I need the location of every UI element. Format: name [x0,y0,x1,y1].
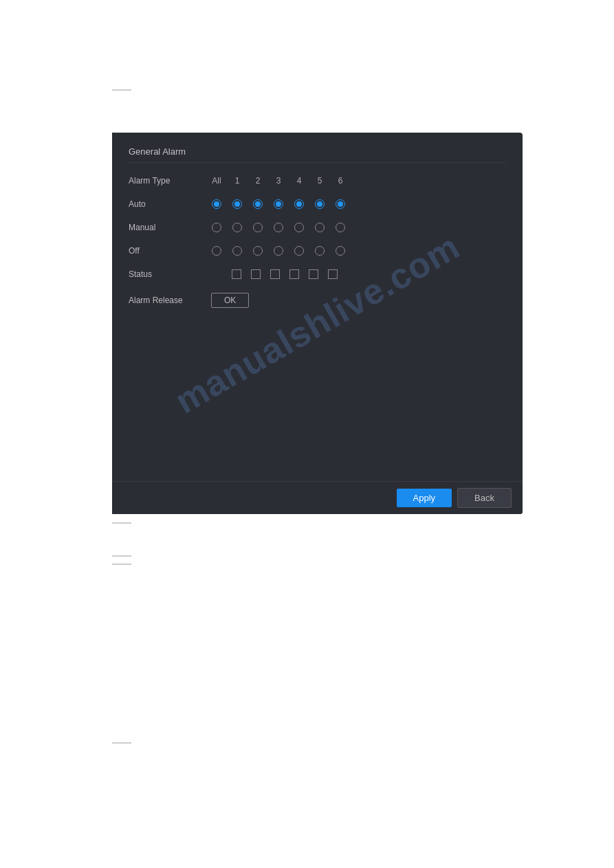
manual-radio-3[interactable] [273,222,284,233]
page: General Alarm Alarm Type All 1 2 3 4 5 6… [0,0,614,868]
section-title: General Alarm [129,146,506,163]
off-radio-all[interactable] [211,245,222,256]
ok-button[interactable]: OK [211,293,249,308]
line-mark-5 [112,742,131,744]
auto-radio-1[interactable] [232,199,243,210]
auto-radio-all[interactable] [211,199,222,210]
off-radio-3[interactable] [273,245,284,256]
auto-label: Auto [129,199,211,209]
apply-button[interactable]: Apply [397,489,452,507]
col-all: All [211,176,222,186]
auto-radio-3[interactable] [273,199,284,210]
off-radio-2[interactable] [252,245,263,256]
column-headers: All 1 2 3 4 5 6 [211,176,346,186]
auto-radio-group [211,199,346,210]
off-radio-4[interactable] [294,245,305,256]
status-check-4[interactable] [289,269,299,279]
auto-radio-6[interactable] [335,199,346,210]
col-3: 3 [273,176,284,186]
manual-row: Manual [129,219,506,236]
status-check-2[interactable] [251,269,261,279]
auto-radio-2[interactable] [252,199,263,210]
manual-label: Manual [129,223,211,232]
status-checkbox-group [211,269,338,279]
manual-radio-group [211,222,346,233]
col-2: 2 [252,176,263,186]
alarm-release-row: Alarm Release OK [129,292,506,309]
auto-radio-5[interactable] [314,199,325,210]
manual-radio-6[interactable] [335,222,346,233]
status-label: Status [129,269,211,279]
line-mark-4 [112,564,131,565]
auto-row: Auto [129,196,506,212]
col-5: 5 [314,176,325,186]
status-check-6[interactable] [328,269,338,279]
off-radio-5[interactable] [314,245,325,256]
manual-radio-all[interactable] [211,222,222,233]
off-radio-group [211,245,346,256]
auto-radio-4[interactable] [294,199,305,210]
status-row: Status [129,266,506,282]
off-label: Off [129,246,211,256]
status-check-1[interactable] [232,269,241,279]
off-radio-1[interactable] [232,245,243,256]
line-mark-3 [112,555,131,557]
off-row: Off [129,243,506,259]
line-mark-1 [112,89,131,91]
dialog-footer: Apply Back [112,481,523,514]
manual-radio-4[interactable] [294,222,305,233]
dialog-content: General Alarm Alarm Type All 1 2 3 4 5 6… [112,133,523,329]
alarm-type-label: Alarm Type [129,176,211,186]
manual-radio-5[interactable] [314,222,325,233]
back-button[interactable]: Back [457,488,512,508]
alarm-release-label: Alarm Release [129,296,211,305]
col-1: 1 [232,176,243,186]
manual-radio-2[interactable] [252,222,263,233]
line-mark-2 [112,522,131,524]
status-check-5[interactable] [309,269,318,279]
manual-radio-1[interactable] [232,222,243,233]
col-6: 6 [335,176,346,186]
status-check-3[interactable] [270,269,280,279]
dialog-panel: General Alarm Alarm Type All 1 2 3 4 5 6… [112,133,523,514]
col-4: 4 [294,176,305,186]
alarm-type-row: Alarm Type All 1 2 3 4 5 6 [129,173,506,189]
off-radio-6[interactable] [335,245,346,256]
